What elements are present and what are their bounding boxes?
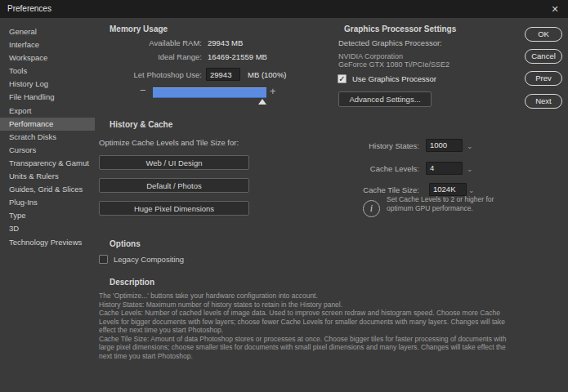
memory-slider-track[interactable] — [153, 87, 266, 98]
sidebar-item-guides-grid-slices[interactable]: Guides, Grid & Slices — [0, 183, 95, 196]
use-graphics-processor-checkbox[interactable]: ✓ — [338, 74, 347, 83]
sidebar-item-type[interactable]: Type — [0, 209, 95, 222]
description-line: Levels for bigger documents with few lay… — [99, 318, 505, 327]
ideal-range-value: 16469-21559 MB — [208, 52, 267, 61]
slider-plus-icon[interactable]: + — [270, 85, 276, 97]
sidebar-item-interface[interactable]: Interface — [0, 38, 95, 51]
description-line: The 'Optimize...' buttons take your hard… — [99, 292, 318, 301]
cache-tile-size-field[interactable]: 1024K — [429, 183, 467, 196]
sidebar-item-workspace[interactable]: Workspace — [0, 51, 95, 65]
gpu-model: GeForce GTX 1080 Ti/PCIe/SSE2 — [338, 60, 449, 69]
cancel-button[interactable]: Cancel — [525, 49, 562, 64]
description-line: next time you start Photoshop. — [99, 352, 193, 361]
close-icon[interactable]: ✕ — [548, 0, 561, 18]
sidebar-item-cursors[interactable]: Cursors — [0, 144, 95, 157]
advanced-settings-button[interactable]: Advanced Settings... — [338, 91, 432, 107]
description-line: effect the next time you start Photoshop… — [99, 326, 223, 335]
sidebar-item-export[interactable]: Export — [0, 105, 95, 118]
info-icon: i — [363, 200, 380, 217]
description-line: Cache Tile Size: Amount of data Photosho… — [99, 335, 506, 344]
cache-levels-field[interactable]: 4 — [426, 162, 463, 175]
use-graphics-processor-label: Use Graphics Processor — [352, 74, 436, 83]
optimize-label: Optimize Cache Levels and Tile Size for: — [99, 138, 239, 147]
let-photoshop-use-input[interactable] — [206, 68, 240, 81]
history-states-field[interactable]: 1000 — [426, 139, 463, 152]
legacy-compositing-checkbox[interactable] — [99, 255, 108, 264]
ok-button[interactable]: OK — [525, 27, 562, 42]
description-line: large pixel dimensions; choose smaller t… — [99, 343, 506, 352]
cache-levels-chevron-down-icon[interactable]: ⌄ — [467, 163, 473, 176]
titlebar: Preferences ✕ — [0, 0, 568, 18]
memory-usage-heading: Memory Usage — [110, 24, 168, 33]
preferences-dialog: Preferences ✕ General Interface Workspac… — [0, 0, 568, 392]
let-photoshop-use-suffix: MB (100%) — [248, 70, 287, 79]
available-ram-label: Available RAM: — [110, 38, 202, 47]
legacy-compositing-label: Legacy Compositing — [114, 255, 184, 264]
sidebar-item-history-log[interactable]: History Log — [0, 78, 95, 91]
cache-tile-size-label: Cache Tile Size: — [325, 185, 419, 194]
options-heading: Options — [110, 239, 141, 248]
gpu-vendor: NVIDIA Corporation — [338, 52, 403, 60]
description-heading: Description — [110, 278, 154, 287]
available-ram-value: 29943 MB — [208, 38, 243, 47]
sidebar-item-file-handling[interactable]: File Handling — [0, 91, 95, 104]
sidebar-item-3d[interactable]: 3D — [0, 222, 95, 235]
preset-default-photos-button[interactable]: Default / Photos — [99, 178, 249, 193]
preset-huge-pixel-dimensions-button[interactable]: Huge Pixel Dimensions — [99, 201, 249, 216]
detected-gpu-label: Detected Graphics Processor: — [338, 38, 442, 47]
preset-web-ui-design-button[interactable]: Web / UI Design — [99, 155, 249, 170]
prev-button[interactable]: Prev — [525, 71, 562, 86]
sidebar-item-units-rulers[interactable]: Units & Rulers — [0, 170, 95, 183]
let-photoshop-use-label: Let Photoshop Use: — [110, 70, 202, 79]
ideal-range-label: Ideal Range: — [110, 52, 202, 61]
gpu-tip-text: Set Cache Levels to 2 or higher for opti… — [387, 195, 511, 212]
graphics-settings-heading: Graphics Processor Settings — [344, 24, 456, 33]
description-line: Cache Levels: Number of cached levels of… — [99, 309, 500, 318]
slider-minus-icon[interactable]: − — [140, 84, 146, 96]
history-states-chevron-down-icon[interactable]: ⌄ — [467, 140, 473, 153]
sidebar-item-performance[interactable]: Performance — [0, 118, 95, 131]
sidebar-item-general[interactable]: General — [0, 25, 95, 38]
sidebar-item-transparency-gamut[interactable]: Transparency & Gamut — [0, 157, 95, 170]
sidebar-item-plug-ins[interactable]: Plug-Ins — [0, 196, 95, 209]
window-title: Preferences — [0, 4, 51, 13]
sidebar-item-tools[interactable]: Tools — [0, 65, 95, 78]
description-line: History States: Maximum number of histor… — [99, 301, 342, 310]
next-button[interactable]: Next — [525, 94, 562, 109]
history-states-label: History States: — [325, 141, 419, 150]
sidebar-item-scratch-disks[interactable]: Scratch Disks — [0, 131, 95, 144]
memory-slider-thumb[interactable] — [258, 99, 266, 105]
sidebar: General Interface Workspace Tools Histor… — [0, 25, 95, 249]
history-cache-heading: History & Cache — [110, 120, 172, 129]
sidebar-item-technology-previews[interactable]: Technology Previews — [0, 236, 95, 249]
cache-levels-label: Cache Levels: — [325, 164, 419, 173]
